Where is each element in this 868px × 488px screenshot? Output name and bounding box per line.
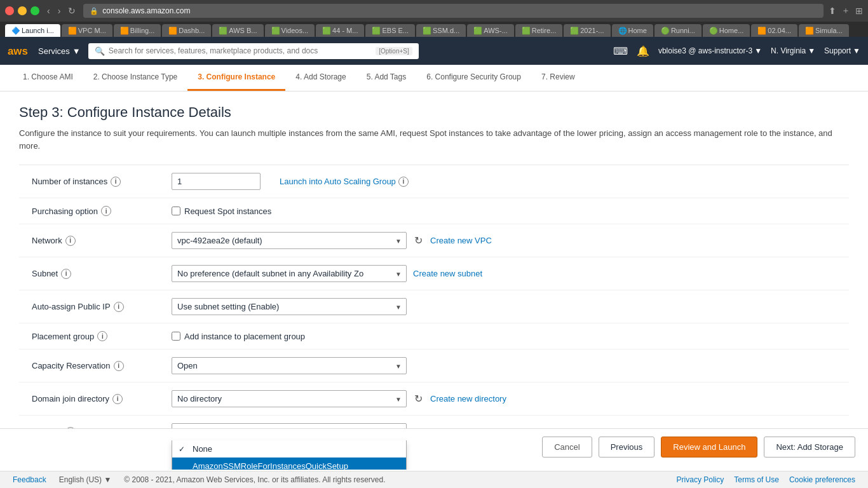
domain-join-row: Domain join directory i No directory ▼ ↻… [19, 383, 849, 416]
next-add-storage-button[interactable]: Next: Add Storage [764, 437, 855, 458]
create-subnet-link[interactable]: Create new subnet [413, 269, 482, 278]
subnet-select[interactable]: No preference (default subnet in any Ava… [172, 265, 407, 282]
browser-chrome: ‹ › ↻ 🔒 console.aws.amazon.com ⬆ ＋ ⊞ [0, 0, 868, 22]
create-vpc-link[interactable]: Create new VPC [430, 236, 492, 245]
browser-tab[interactable]: 🟩44 - M... [316, 24, 364, 37]
search-shortcut: [Option+S] [376, 47, 412, 55]
wizard-step[interactable]: 5. Add Tags [356, 65, 417, 91]
iam-role-dropdown-item[interactable]: ✓None [172, 440, 406, 458]
spot-instances-checkbox[interactable] [172, 207, 180, 215]
number-of-instances-control: Launch into Auto Scaling Group i [172, 173, 849, 190]
number-of-instances-info-icon[interactable]: i [111, 177, 121, 187]
aws-logo: aws [8, 44, 31, 58]
browser-tab[interactable]: 🌐Home [612, 24, 653, 37]
refresh-button[interactable]: ↻ [65, 4, 78, 17]
support-menu[interactable]: Support ▼ [824, 46, 860, 55]
capacity-reservation-row: Capacity Reservation i Open ▼ [19, 349, 849, 383]
wizard-step[interactable]: 7. Review [531, 65, 585, 91]
close-button[interactable] [5, 6, 14, 15]
domain-join-select[interactable]: No directory [172, 390, 407, 407]
capacity-reservation-select[interactable]: Open [172, 357, 407, 374]
minimize-button[interactable] [18, 6, 27, 15]
form-section: Number of instances i Launch into Auto S… [19, 165, 849, 449]
subnet-row: Subnet i No preference (default subnet i… [19, 257, 849, 290]
support-chevron-icon: ▼ [853, 46, 860, 55]
auto-assign-ip-select[interactable]: Use subnet setting (Enable) [172, 298, 407, 315]
region-name: N. Virginia [771, 46, 806, 55]
purchasing-option-info-icon[interactable]: i [101, 206, 111, 216]
region-menu[interactable]: N. Virginia ▼ [771, 46, 815, 55]
browser-tab[interactable]: 🟧Dashb... [162, 24, 211, 37]
maximize-button[interactable] [31, 6, 39, 15]
placement-group-control: Add instance to placement group [172, 332, 849, 341]
previous-button[interactable]: Previous [599, 437, 655, 458]
browser-tab[interactable]: 🟩AWS-... [467, 24, 513, 37]
network-select-wrapper: vpc-492aea2e (default) ▼ [172, 232, 407, 249]
auto-assign-ip-info-icon[interactable]: i [114, 302, 124, 312]
purchasing-option-row: Purchasing option i Request Spot instanc… [19, 198, 849, 224]
terminal-icon[interactable]: ⌨ [613, 45, 628, 57]
forward-button[interactable]: › [55, 4, 64, 17]
back-button[interactable]: ‹ [44, 4, 53, 17]
browser-tab[interactable]: 🟩EBS E... [365, 24, 415, 37]
autoscaling-link[interactable]: Launch into Auto Scaling Group i [280, 177, 409, 187]
browser-tab[interactable]: 🟢Home... [703, 24, 750, 37]
topbar-right: ⌨ 🔔 vbloise3 @ aws-instructor-3 ▼ N. Vir… [613, 45, 860, 57]
domain-join-info-icon[interactable]: i [112, 394, 123, 404]
dropdown-item-label: AmazonSSMRoleForInstancesQuickSetup [193, 461, 348, 470]
wizard-steps: 1. Choose AMI2. Choose Instance Type3. C… [0, 65, 868, 92]
aws-topbar: aws Services ▼ 🔍 [Option+S] ⌨ 🔔 vbloise3… [0, 37, 868, 65]
cancel-button[interactable]: Cancel [542, 437, 592, 458]
review-and-launch-button[interactable]: Review and Launch [661, 437, 757, 458]
placement-group-info-icon[interactable]: i [97, 331, 107, 341]
browser-tab[interactable]: 🟩Retire... [515, 24, 563, 37]
autoscaling-info-icon[interactable]: i [398, 177, 409, 187]
browser-tab[interactable]: 🟧VPC M... [62, 24, 112, 37]
purchasing-option-label: Purchasing option i [19, 206, 172, 216]
network-refresh-button[interactable]: ↻ [413, 233, 424, 248]
services-menu-button[interactable]: Services ▼ [38, 46, 81, 56]
placement-group-checkbox[interactable] [172, 332, 180, 341]
subnet-info-icon[interactable]: i [61, 269, 71, 279]
network-select[interactable]: vpc-492aea2e (default) [172, 232, 407, 249]
browser-tab[interactable]: 🟩AWS B... [212, 24, 263, 37]
dropdown-check-icon: ✓ [179, 445, 189, 454]
user-menu[interactable]: vbloise3 @ aws-instructor-3 ▼ [658, 46, 762, 55]
browser-tab[interactable]: 🟧Billing... [114, 24, 161, 37]
dropdown-item-label: None [193, 444, 212, 454]
number-of-instances-input[interactable] [172, 173, 261, 190]
spot-instances-checkbox-label[interactable]: Request Spot instances [172, 207, 271, 216]
iam-role-dropdown-item[interactable]: AmazonSSMRoleForInstancesQuickSetup [172, 458, 406, 470]
wizard-step[interactable]: 6. Configure Security Group [416, 65, 531, 91]
browser-tab[interactable]: 🔷Launch i... [5, 24, 60, 37]
user-name: vbloise3 @ aws-instructor-3 [658, 46, 752, 55]
create-directory-link[interactable]: Create new directory [430, 394, 506, 403]
wizard-step[interactable]: 3. Configure Instance [187, 65, 285, 91]
browser-tab[interactable]: 🟢Runni... [654, 24, 702, 37]
url-text: console.aws.amazon.com [102, 6, 190, 15]
wizard-step[interactable]: 2. Choose Instance Type [83, 65, 188, 91]
browser-tab[interactable]: 🟩Videos... [265, 24, 315, 37]
new-tab-button[interactable]: ＋ [841, 5, 850, 17]
wizard-step[interactable]: 4. Add Storage [285, 65, 356, 91]
browser-tab[interactable]: 🟧Simula... [799, 24, 849, 37]
capacity-reservation-info-icon[interactable]: i [114, 361, 124, 371]
search-icon: 🔍 [95, 46, 105, 56]
share-button[interactable]: ⬆ [829, 5, 836, 17]
browser-tab[interactable]: 🟩SSM.d... [416, 24, 466, 37]
domain-join-refresh-button[interactable]: ↻ [413, 391, 424, 406]
auto-assign-ip-select-wrapper: Use subnet setting (Enable) ▼ [172, 298, 407, 315]
support-label: Support [824, 46, 851, 55]
network-info-icon[interactable]: i [65, 236, 76, 246]
browser-tab[interactable]: 🟧02.04... [751, 24, 797, 37]
placement-group-checkbox-label[interactable]: Add instance to placement group [172, 332, 305, 341]
address-bar[interactable]: 🔒 console.aws.amazon.com [83, 4, 824, 18]
bell-icon[interactable]: 🔔 [637, 45, 649, 57]
browser-tab[interactable]: 🟩2021-... [564, 24, 610, 37]
subnet-label: Subnet i [19, 269, 172, 279]
subnet-select-wrapper: No preference (default subnet in any Ava… [172, 265, 407, 282]
search-bar[interactable]: 🔍 [Option+S] [88, 43, 419, 59]
sidebar-button[interactable]: ⊞ [855, 5, 863, 17]
search-input[interactable] [109, 46, 372, 55]
wizard-step[interactable]: 1. Choose AMI [13, 65, 83, 91]
